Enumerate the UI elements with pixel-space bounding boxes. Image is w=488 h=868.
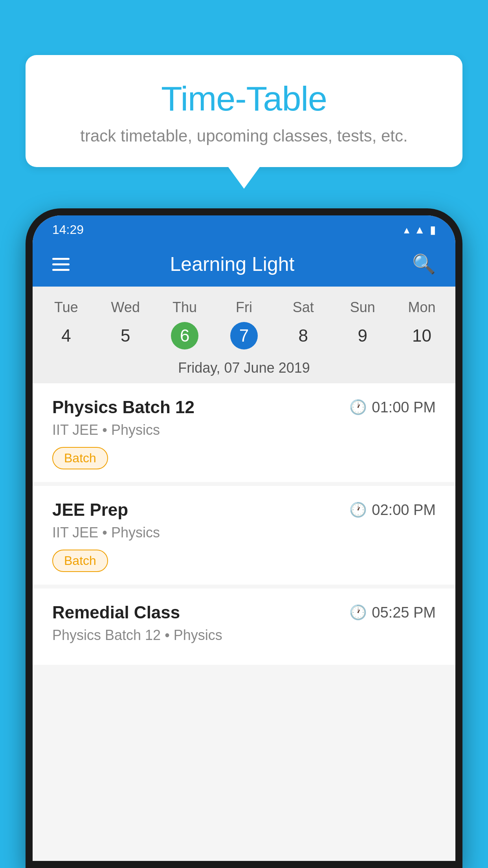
menu-line-3 bbox=[52, 269, 70, 271]
schedule-item-2-subtitle: IIT JEE • Physics bbox=[52, 524, 436, 541]
clock-icon-3: 🕐 bbox=[349, 604, 367, 621]
day-4[interactable]: 4 bbox=[37, 322, 96, 349]
day-10[interactable]: 10 bbox=[392, 322, 451, 349]
schedule-item-3[interactable]: Remedial Class 🕐 05:25 PM Physics Batch … bbox=[33, 588, 455, 665]
day-header-thu: Thu bbox=[155, 296, 215, 319]
clock-icon-2: 🕐 bbox=[349, 502, 367, 518]
schedule-item-1-title: Physics Batch 12 bbox=[52, 397, 194, 417]
menu-line-1 bbox=[52, 258, 70, 260]
app-title: Learning Light bbox=[70, 253, 395, 276]
schedule-item-3-time-value: 05:25 PM bbox=[372, 604, 436, 621]
speech-bubble-arrow bbox=[228, 167, 260, 189]
schedule-item-3-title: Remedial Class bbox=[52, 603, 180, 622]
search-icon[interactable]: 🔍 bbox=[412, 253, 436, 275]
day-6-today[interactable]: 6 bbox=[171, 322, 198, 349]
day-9[interactable]: 9 bbox=[333, 322, 392, 349]
schedule-item-2-time-value: 02:00 PM bbox=[372, 502, 436, 519]
menu-icon[interactable] bbox=[52, 258, 70, 271]
schedule-item-2-badge: Batch bbox=[52, 550, 108, 572]
clock-icon-1: 🕐 bbox=[349, 399, 367, 416]
schedule-item-2-title: JEE Prep bbox=[52, 500, 128, 520]
status-time: 14:29 bbox=[52, 223, 84, 237]
schedule-item-1-time: 🕐 01:00 PM bbox=[349, 399, 436, 416]
schedule-item-1-badge: Batch bbox=[52, 447, 108, 469]
schedule-item-1-time-value: 01:00 PM bbox=[372, 399, 436, 416]
schedule-item-3-header: Remedial Class 🕐 05:25 PM bbox=[52, 603, 436, 622]
day-header-tue: Tue bbox=[37, 296, 96, 319]
phone-frame: 14:29 ▴ ▲ ▮ Learning Light 🔍 Tue bbox=[26, 208, 462, 868]
menu-line-2 bbox=[52, 263, 70, 265]
day-header-mon: Mon bbox=[392, 296, 451, 319]
schedule-item-2[interactable]: JEE Prep 🕐 02:00 PM IIT JEE • Physics Ba… bbox=[33, 486, 455, 585]
schedule-item-3-time: 🕐 05:25 PM bbox=[349, 604, 436, 621]
day-header-sun: Sun bbox=[333, 296, 392, 319]
feature-subtitle: track timetable, upcoming classes, tests… bbox=[57, 127, 431, 145]
app-bar: Learning Light 🔍 bbox=[33, 242, 455, 287]
calendar-strip: Tue Wed Thu Fri Sat Sun Mon 4 5 6 7 8 9 … bbox=[33, 287, 455, 383]
phone-inner: 14:29 ▴ ▲ ▮ Learning Light 🔍 Tue bbox=[33, 215, 455, 861]
speech-bubble-container: Time-Table track timetable, upcoming cla… bbox=[26, 55, 462, 189]
day-7-selected[interactable]: 7 bbox=[230, 322, 258, 349]
feature-title: Time-Table bbox=[57, 79, 431, 119]
speech-bubble: Time-Table track timetable, upcoming cla… bbox=[26, 55, 462, 167]
schedule-item-2-header: JEE Prep 🕐 02:00 PM bbox=[52, 500, 436, 520]
day-header-fri: Fri bbox=[215, 296, 274, 319]
day-8[interactable]: 8 bbox=[273, 322, 333, 349]
schedule-item-1-header: Physics Batch 12 🕐 01:00 PM bbox=[52, 397, 436, 417]
day-header-sat: Sat bbox=[273, 296, 333, 319]
schedule-list: Physics Batch 12 🕐 01:00 PM IIT JEE • Ph… bbox=[33, 383, 455, 861]
day-headers: Tue Wed Thu Fri Sat Sun Mon bbox=[33, 296, 455, 319]
status-icons: ▴ ▲ ▮ bbox=[404, 223, 436, 236]
day-numbers: 4 5 6 7 8 9 10 bbox=[33, 319, 455, 356]
wifi-icon: ▴ bbox=[404, 223, 409, 236]
day-5[interactable]: 5 bbox=[96, 322, 155, 349]
status-bar: 14:29 ▴ ▲ ▮ bbox=[33, 215, 455, 242]
selected-date-label: Friday, 07 June 2019 bbox=[33, 356, 455, 383]
schedule-item-1[interactable]: Physics Batch 12 🕐 01:00 PM IIT JEE • Ph… bbox=[33, 383, 455, 482]
schedule-item-3-subtitle: Physics Batch 12 • Physics bbox=[52, 627, 436, 644]
day-header-wed: Wed bbox=[96, 296, 155, 319]
signal-icon: ▲ bbox=[414, 224, 425, 236]
battery-icon: ▮ bbox=[430, 223, 436, 236]
schedule-item-2-time: 🕐 02:00 PM bbox=[349, 502, 436, 519]
schedule-item-1-subtitle: IIT JEE • Physics bbox=[52, 422, 436, 438]
